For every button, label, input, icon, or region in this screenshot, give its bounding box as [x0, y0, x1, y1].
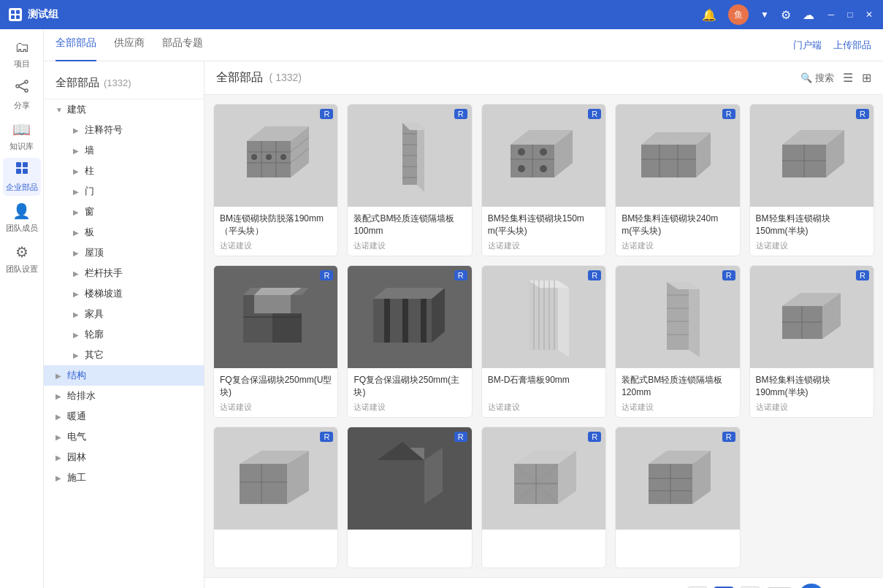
sidebar-item-knowledge[interactable]: 📖 知识库	[3, 117, 41, 155]
part-info-1: 装配式BM轻质连锁隔墙板100mm 达诺建设	[348, 207, 471, 256]
tree-arrow-plumbing: ▶	[56, 392, 64, 400]
part-info-5: FQ复合保温砌块250mm(U型块) 达诺建设	[214, 368, 337, 417]
window-controls: ─ □ ✕	[826, 9, 874, 20]
part-thumb-5: R	[214, 266, 337, 368]
part-supplier-7: 达诺建设	[488, 402, 600, 413]
part-card-4[interactable]: R BM轻集料连锁砌块150mm(半块) 达诺建设	[749, 104, 874, 256]
minimize-button[interactable]: ─	[826, 9, 836, 20]
app-title: 测试组	[28, 8, 58, 21]
part-card-1[interactable]: R 装配式BM轻质连锁隔墙板100mm 达诺建设	[347, 104, 472, 256]
tree-category-plumbing[interactable]: ▶ 给排水	[44, 386, 204, 406]
part-card-8[interactable]: R 装配式BM轻质连锁隔墙板120mm 达诺建设	[615, 265, 740, 418]
tree-item-window[interactable]: ▶ 窗	[64, 202, 204, 222]
part-info-13	[616, 530, 739, 568]
page-title: 全部部品	[56, 76, 99, 90]
bell-icon[interactable]: 🔔	[702, 8, 716, 22]
part-badge-9: R	[856, 270, 869, 280]
tree-item-roof[interactable]: ▶ 屋顶	[64, 243, 204, 263]
part-name-3: BM轻集料连锁砌块240m m(平头块)	[622, 213, 733, 237]
maximize-button[interactable]: □	[845, 9, 855, 20]
tree-item-door[interactable]: ▶ 门	[64, 181, 204, 202]
sidebar-item-share[interactable]: 分享	[3, 76, 41, 114]
tree-category-structure[interactable]: ▶ 结构	[44, 365, 204, 386]
part-card-9[interactable]: R BM轻集料连锁砌块190mm(半块) 达诺建设	[749, 265, 874, 418]
tree-item-column[interactable]: ▶ 柱	[64, 161, 204, 181]
sidebar-item-parts[interactable]: 企业部品	[3, 158, 41, 196]
svg-rect-66	[421, 299, 427, 343]
svg-marker-25	[402, 123, 417, 185]
tree-item-slab[interactable]: ▶ 板	[64, 222, 204, 243]
knowledge-icon: 📖	[12, 121, 31, 138]
part-name-4: BM轻集料连锁砌块150mm(半块)	[756, 213, 868, 237]
tree-item-railing[interactable]: ▶ 栏杆扶手	[64, 263, 204, 283]
tree-arrow-column: ▶	[73, 167, 82, 175]
part-badge-6: R	[454, 270, 467, 280]
svg-rect-64	[384, 299, 390, 343]
part-badge-12: R	[588, 432, 601, 442]
svg-marker-26	[417, 123, 424, 192]
tab-supplier[interactable]: 供应商	[114, 29, 145, 61]
sidebar-item-settings[interactable]: ⚙ 团队设置	[3, 240, 41, 278]
tab-special[interactable]: 部品专题	[162, 29, 203, 61]
user-avatar[interactable]: 鱼	[728, 4, 749, 25]
part-card-12[interactable]: R	[481, 427, 606, 568]
part-info-3: BM轻集料连锁砌块240m m(平头块) 达诺建设	[616, 207, 739, 256]
part-card-11[interactable]: R	[347, 427, 472, 568]
svg-line-8	[19, 87, 25, 90]
settings-icon[interactable]: ⚙	[781, 8, 791, 22]
tree-label-structure: 结构	[67, 369, 86, 382]
tree-item-profile[interactable]: ▶ 轮廓	[64, 324, 204, 345]
sidebar-item-project[interactable]: 🗂 项目	[3, 35, 41, 73]
part-badge-1: R	[454, 109, 467, 119]
svg-rect-1	[16, 10, 20, 14]
portal-button[interactable]: 门户端	[793, 39, 822, 52]
tree-arrow-window: ▶	[73, 208, 82, 216]
part-info-8: 装配式BM轻质连锁隔墙板120mm 达诺建设	[616, 368, 739, 417]
part-name-0: BM连锁砌块防脱落190mm（平头块）	[220, 213, 332, 237]
tree-category-landscape[interactable]: ▶ 园林	[44, 447, 204, 467]
tab-all-parts[interactable]: 全部部品	[56, 29, 96, 61]
upload-button[interactable]: 上传部品	[833, 39, 871, 52]
svg-marker-67	[529, 280, 558, 350]
tree-item-other[interactable]: ▶ 其它	[64, 345, 204, 365]
tree-category-electrical[interactable]: ▶ 电气	[44, 427, 204, 447]
svg-point-4	[16, 85, 19, 88]
svg-marker-42	[641, 145, 696, 177]
tree-item-annotation[interactable]: ▶ 注释符号	[64, 120, 204, 140]
sidebar-label-project: 项目	[14, 58, 30, 69]
list-view-button[interactable]: ☰	[843, 71, 853, 85]
part-card-6[interactable]: R FQ复合保温砌块250mm(主块) 达诺建设	[347, 265, 472, 418]
tree-item-wall[interactable]: ▶ 墙	[64, 140, 204, 161]
tree-category-hvac[interactable]: ▶ 暖通	[44, 406, 204, 427]
search-icon[interactable]: 🔍 搜索	[800, 72, 834, 85]
part-card-0[interactable]: R BM连锁砌块防脱落190mm（平头块） 达诺建设	[213, 104, 338, 256]
close-button[interactable]: ✕	[864, 9, 874, 20]
svg-marker-68	[558, 280, 569, 357]
part-info-10	[214, 530, 337, 568]
part-badge-8: R	[722, 270, 735, 280]
tree-item-furniture[interactable]: ▶ 家具	[64, 304, 204, 324]
svg-marker-82	[782, 306, 822, 339]
part-info-0: BM连锁砌块防脱落190mm（平头块） 达诺建设	[214, 207, 337, 256]
sidebar-item-members[interactable]: 👤 团队成员	[3, 199, 41, 237]
svg-rect-12	[23, 169, 28, 174]
grid-tools: 🔍 搜索 ☰ ⊞	[800, 71, 871, 85]
part-card-10[interactable]: R	[213, 427, 338, 568]
svg-point-23	[266, 154, 272, 160]
part-thumb-12: R	[482, 427, 605, 530]
avatar-dropdown[interactable]: ▼	[760, 9, 769, 20]
tree-arrow-construction: ▶	[56, 474, 64, 482]
part-card-7[interactable]: R BM-D石膏墙板90mm 达诺建设	[481, 265, 606, 418]
tree-item-stair[interactable]: ▶ 楼梯坡道	[64, 283, 204, 304]
tree-category-architecture[interactable]: ▼ 建筑	[44, 99, 204, 120]
part-card-3[interactable]: R BM轻集料连锁砌块240m m(平头块) 达诺建设	[615, 104, 740, 256]
part-name-7: BM-D石膏墙板90mm	[488, 374, 600, 399]
part-info-9: BM轻集料连锁砌块190mm(半块) 达诺建设	[750, 368, 874, 417]
part-card-5[interactable]: R FQ复合保温砌块250mm(U型块) 达诺建设	[213, 265, 338, 418]
part-card-13[interactable]: R	[615, 427, 740, 568]
grid-view-button[interactable]: ⊞	[862, 71, 871, 85]
cloud-icon[interactable]: ☁	[803, 8, 814, 22]
part-card-2[interactable]: R BM轻集料连锁砌块150m m(平头块) 达诺建设	[481, 104, 606, 256]
tree-arrow-slab: ▶	[73, 229, 82, 237]
tree-category-construction[interactable]: ▶ 施工	[44, 467, 204, 488]
